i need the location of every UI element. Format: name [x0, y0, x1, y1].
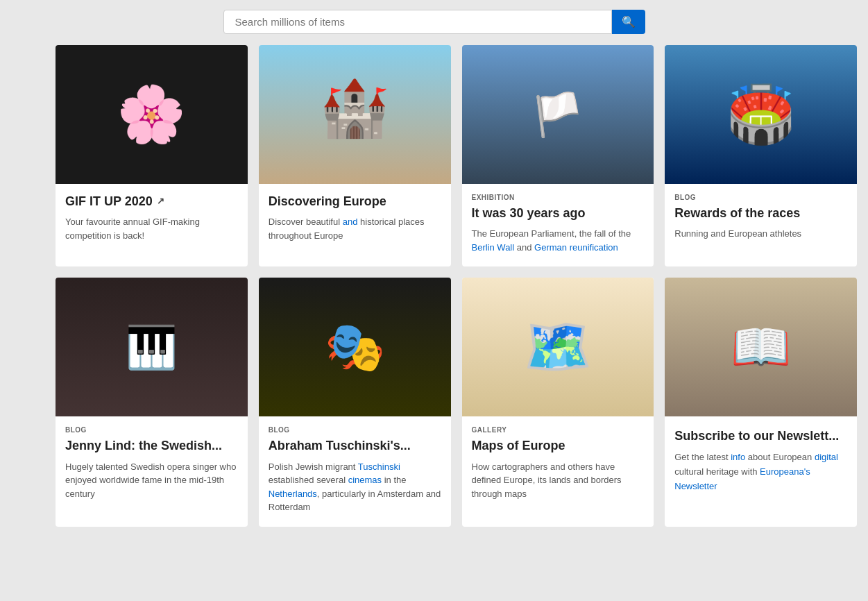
card-image-discovering-europe [259, 45, 451, 184]
search-bar: 🔍 [0, 0, 868, 45]
card-body-discovering-europe: Discovering Europe Discover beautiful an… [259, 184, 451, 266]
card-body-rewards-races: BLOG Rewards of the races Running and Eu… [665, 184, 857, 266]
gif-it-up-desc-text: Your favourite annual GIF-making competi… [65, 217, 200, 241]
card-discovering-europe[interactable]: Discovering Europe Discover beautiful an… [259, 45, 451, 266]
card-body-newsletter: Subscribe to our Newslett... Get the lat… [665, 416, 857, 526]
card-tag-jenny-lind: BLOG [65, 426, 238, 434]
search-input[interactable] [223, 10, 612, 34]
card-title-gif-it-up: GIF IT UP 2020 ↗ [65, 194, 238, 210]
card-tag-rewards-races: BLOG [674, 194, 847, 201]
content-grid: GIF IT UP 2020 ↗ Your favourite annual G… [0, 45, 868, 538]
card-desc-tuschinski: Polish Jewish migrant Tuschinski establi… [269, 460, 441, 514]
card-gif-it-up[interactable]: GIF IT UP 2020 ↗ Your favourite annual G… [56, 45, 248, 266]
card-30-years[interactable]: EXHIBITION It was 30 years ago The Europ… [462, 45, 654, 266]
berlin-wall-link[interactable]: Berlin Wall [472, 242, 515, 253]
card-desc-maps-europe: How cartographers and others have define… [472, 460, 645, 501]
card-title-rewards-races: Rewards of the races [674, 205, 847, 221]
digital-link[interactable]: digital [815, 452, 838, 462]
external-link-icon: ↗ [157, 196, 164, 208]
gif-it-up-title-text: GIF IT UP 2020 [65, 194, 153, 210]
german-link[interactable]: German reunification [534, 242, 618, 253]
card-image-rewards-races [665, 45, 857, 184]
card-body-maps-europe: GALLERY Maps of Europe How cartographers… [462, 416, 654, 526]
card-rewards-races[interactable]: BLOG Rewards of the races Running and Eu… [665, 45, 857, 266]
tuschinski-link[interactable]: Tuschinski [358, 462, 400, 472]
search-button[interactable]: 🔍 [612, 10, 645, 34]
card-desc-30-years: The European Parliament, the fall of the… [472, 227, 645, 254]
card-desc-gif-it-up: Your favourite annual GIF-making competi… [65, 215, 238, 242]
card-jenny-lind[interactable]: BLOG Jenny Lind: the Swedish... Hugely t… [56, 278, 248, 526]
card-tag-maps-europe: GALLERY [472, 426, 645, 434]
newsletter-title: Subscribe to our Newslett... [674, 429, 847, 443]
newsletter-desc: Get the latest info about European digit… [674, 450, 847, 493]
card-maps-europe[interactable]: GALLERY Maps of Europe How cartographers… [462, 278, 654, 526]
card-image-jenny-lind [56, 278, 248, 416]
card-tag-30-years: EXHIBITION [472, 194, 645, 201]
beautiful-link[interactable]: and [343, 217, 358, 227]
card-image-newsletter [665, 278, 857, 416]
card-newsletter[interactable]: Subscribe to our Newslett... Get the lat… [665, 278, 857, 526]
card-image-tuschinski [259, 278, 451, 416]
netherlands-link[interactable]: Netherlands [269, 489, 317, 499]
card-tuschinski[interactable]: BLOG Abraham Tuschinski's... Polish Jewi… [259, 278, 451, 526]
card-desc-jenny-lind: Hugely talented Swedish opera singer who… [65, 460, 238, 501]
info-link[interactable]: info [731, 452, 745, 462]
card-body-30-years: EXHIBITION It was 30 years ago The Europ… [462, 184, 654, 266]
card-tag-tuschinski: BLOG [269, 426, 441, 434]
card-image-30-years [462, 45, 654, 184]
card-title-maps-europe: Maps of Europe [472, 438, 645, 454]
cinemas-link[interactable]: cinemas [348, 475, 382, 485]
card-title-jenny-lind: Jenny Lind: the Swedish... [65, 438, 238, 454]
card-body-tuschinski: BLOG Abraham Tuschinski's... Polish Jewi… [259, 416, 451, 526]
card-body-jenny-lind: BLOG Jenny Lind: the Swedish... Hugely t… [56, 416, 248, 526]
europeana-link[interactable]: Europeana's Newsletter [674, 466, 810, 491]
card-body-gif-it-up: GIF IT UP 2020 ↗ Your favourite annual G… [56, 184, 248, 266]
card-desc-rewards-races: Running and European athletes [674, 227, 847, 241]
search-icon: 🔍 [622, 16, 636, 28]
card-desc-discovering-europe: Discover beautiful and historical places… [269, 215, 441, 242]
card-title-30-years: It was 30 years ago [472, 205, 645, 221]
card-title-discovering-europe: Discovering Europe [269, 194, 441, 210]
card-title-tuschinski: Abraham Tuschinski's... [269, 438, 441, 454]
card-image-gif-it-up [56, 45, 248, 184]
card-image-maps-europe [462, 278, 654, 416]
